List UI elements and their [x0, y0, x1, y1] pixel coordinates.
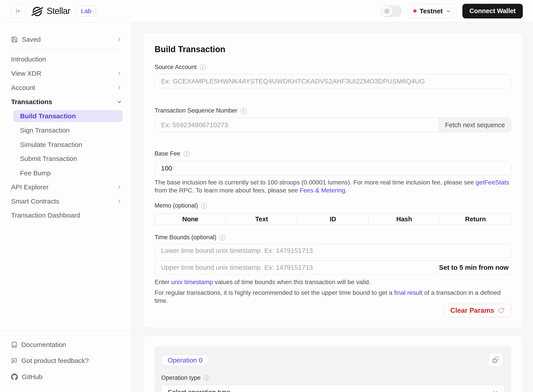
theme-toggle-knob — [381, 5, 392, 17]
time-bounds-helper-1: Enter unix timestamp values of time boun… — [155, 278, 509, 286]
network-status-dot — [413, 9, 417, 13]
duplicate-operation-button[interactable] — [489, 353, 503, 366]
sidebar-item-label: Build Transaction — [20, 112, 76, 120]
copy-icon — [492, 356, 499, 363]
sidebar-item-label: Introduction — [11, 56, 46, 63]
operation-0-panel: Operation 0 Operation type — [155, 346, 511, 392]
info-icon[interactable] — [240, 107, 247, 114]
base-fee-helper: The base inclusion fee is currently set … — [155, 178, 509, 194]
main-content: Build Transaction Source Account If you … — [132, 22, 533, 392]
sidebar-item-label: Got product feedback? — [21, 357, 89, 364]
save-icon — [11, 36, 18, 43]
sidebar-item-label: Simulate Transaction — [20, 141, 82, 149]
memo-option-none[interactable]: None — [155, 214, 226, 225]
sidebar-item-label: Sign Transaction — [20, 126, 70, 134]
sequence-number-label: Transaction Sequence Number — [155, 107, 247, 114]
stellar-logo-icon — [31, 5, 43, 17]
sidebar-item-label: Transaction Dashboard — [11, 211, 80, 219]
source-account-label: Source Account — [155, 64, 206, 70]
stellar-logo[interactable]: Stellar — [31, 5, 70, 17]
info-icon[interactable] — [203, 375, 210, 381]
info-icon[interactable] — [219, 234, 226, 241]
sidebar-item-simulate-transaction[interactable]: Simulate Transaction — [0, 138, 132, 152]
sidebar-footer-divider — [0, 331, 132, 331]
set-5-min-button[interactable]: Set to 5 min from now — [436, 261, 511, 274]
source-account-input[interactable] — [155, 74, 511, 88]
sidebar: Saved Introduction View XDR Account Tran… — [0, 22, 132, 392]
chevron-down-icon — [492, 389, 498, 392]
sidebar-item-introduction[interactable]: Introduction — [0, 52, 132, 66]
fetch-next-sequence-button[interactable]: Fetch next sequence — [439, 118, 511, 132]
chevron-right-icon — [117, 37, 122, 42]
chevron-right-icon — [117, 185, 122, 190]
operation-badge: Operation 0 — [161, 355, 209, 366]
chevron-right-icon — [117, 199, 122, 204]
sidebar-item-fee-bump[interactable]: Fee Bump — [0, 166, 132, 180]
sidebar-item-label: View XDR — [11, 70, 41, 77]
connect-wallet-button[interactable]: Connect Wallet — [462, 4, 523, 19]
memo-option-hash[interactable]: Hash — [368, 214, 440, 225]
base-fee-label: Base Fee — [155, 150, 190, 157]
network-selector[interactable]: Testnet — [408, 4, 456, 19]
operations-card: Operation 0 Operation type — [143, 335, 523, 392]
time-bounds-label: Time Bounds (optional) — [155, 234, 226, 241]
operation-type-label: Operation type — [161, 374, 210, 381]
sidebar-item-label: Transactions — [11, 98, 52, 106]
operation-type-select[interactable]: Select operation type — [161, 385, 505, 392]
sidebar-item-build-transaction[interactable]: Build Transaction — [13, 110, 123, 122]
sidebar-item-sign-transaction[interactable]: Sign Transaction — [0, 123, 132, 137]
chevron-down-icon — [446, 9, 451, 14]
sun-icon — [384, 8, 390, 14]
build-transaction-card: Build Transaction Source Account If you … — [143, 33, 523, 328]
memo-type-segmented-control: None Text ID Hash Return — [155, 213, 511, 225]
sidebar-item-label: Fee Bump — [20, 169, 51, 177]
sidebar-item-feedback[interactable]: Got product feedback? — [0, 354, 132, 368]
memo-option-id[interactable]: ID — [297, 214, 368, 225]
sidebar-item-label: API Explorer — [11, 183, 48, 191]
sidebar-item-label: Submit Transaction — [20, 155, 77, 163]
sidebar-item-github[interactable]: GitHub — [0, 370, 132, 384]
sidebar-item-transactions[interactable]: Transactions — [0, 95, 132, 109]
sidebar-item-account[interactable]: Account — [0, 81, 132, 95]
sidebar-divider — [11, 49, 123, 50]
sidebar-item-label: Documentation — [21, 341, 66, 349]
sidebar-item-transaction-dashboard[interactable]: Transaction Dashboard — [0, 208, 132, 222]
chevron-down-icon — [117, 99, 122, 104]
sidebar-item-label: Account — [11, 84, 35, 91]
clear-params-button[interactable]: Clear Params — [443, 304, 511, 317]
info-icon[interactable] — [183, 150, 190, 157]
fees-metering-link[interactable]: Fees & Metering — [300, 187, 345, 194]
upper-time-bound-input[interactable] — [155, 261, 436, 274]
feedback-bubble-icon — [11, 358, 17, 364]
sidebar-item-submit-transaction[interactable]: Submit Transaction — [0, 152, 132, 166]
info-icon[interactable] — [199, 64, 206, 70]
sidebar-item-smart-contracts[interactable]: Smart Contracts — [0, 194, 132, 208]
memo-option-text[interactable]: Text — [226, 214, 297, 225]
get-fee-stats-link[interactable]: getFeeStats — [476, 179, 509, 186]
brand-name: Stellar — [47, 6, 70, 16]
theme-toggle[interactable] — [381, 5, 402, 17]
memo-option-return[interactable]: Return — [440, 214, 511, 225]
sidebar-item-documentation[interactable]: Documentation — [0, 338, 132, 352]
network-name: Testnet — [420, 7, 443, 15]
upper-time-bound-group: Set to 5 min from now — [155, 260, 511, 275]
sidebar-item-saved[interactable]: Saved — [0, 33, 132, 47]
sidebar-collapse-button[interactable] — [11, 4, 25, 18]
stellar-lab-app: Stellar Lab — [0, 0, 533, 392]
header-actions: Testnet Connect Wallet — [381, 4, 523, 19]
sidebar-item-view-xdr[interactable]: View XDR — [0, 66, 132, 81]
lower-time-bound-input[interactable] — [155, 243, 511, 258]
final-result-link[interactable]: final result — [394, 289, 423, 296]
info-icon[interactable] — [201, 202, 208, 209]
base-fee-input[interactable] — [155, 161, 511, 175]
sidebar-item-label: Smart Contracts — [11, 198, 59, 205]
sequence-number-group: Fetch next sequence — [155, 118, 511, 132]
github-icon — [11, 373, 18, 380]
lab-badge: Lab — [75, 6, 97, 16]
sequence-number-input[interactable] — [155, 118, 439, 132]
header: Stellar Lab — [0, 0, 533, 22]
sidebar-item-api-explorer[interactable]: API Explorer — [0, 180, 132, 194]
chevron-right-icon — [117, 71, 122, 76]
unix-timestamp-link[interactable]: unix timestamp — [171, 279, 213, 285]
book-icon — [11, 342, 17, 348]
